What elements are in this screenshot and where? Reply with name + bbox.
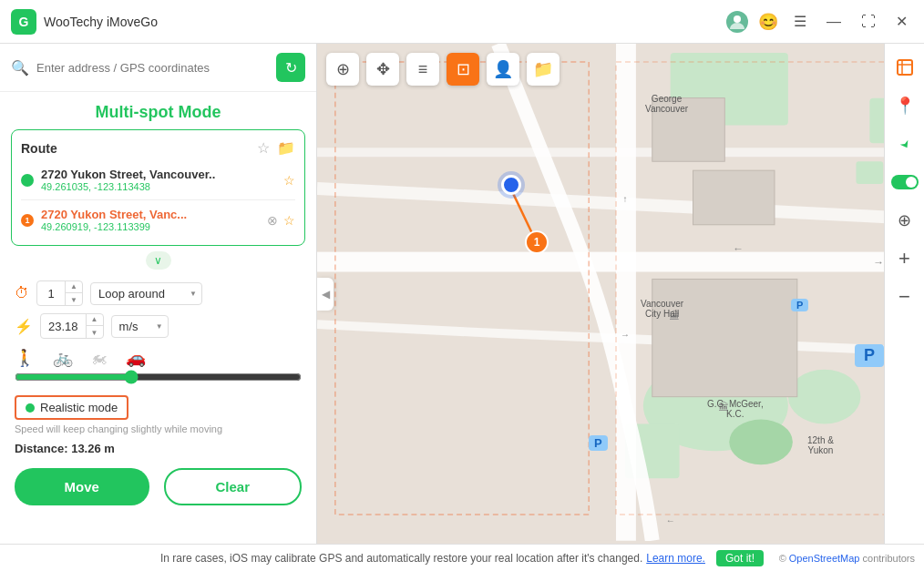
parking-badge-right: P <box>791 299 808 311</box>
loop-count-value: 1 <box>37 287 65 301</box>
loop-count-stepper[interactable]: 1 ▲ ▼ <box>36 280 83 306</box>
osm-link[interactable]: OpenStreetMap <box>789 553 860 564</box>
layers-tool[interactable]: ≡ <box>406 53 439 86</box>
clear-item-icon[interactable]: ⊗ <box>267 213 278 228</box>
search-icon: 🔍 <box>11 59 29 76</box>
svg-rect-14 <box>652 279 797 396</box>
right-tool-pin[interactable]: 📍 <box>888 89 921 122</box>
clear-button[interactable]: Clear <box>164 468 303 505</box>
star-icon[interactable]: ☆ <box>257 139 270 157</box>
route-item-icons-2: ⊗ ☆ <box>267 213 295 228</box>
mode-title: Multi-spot Mode <box>0 92 316 129</box>
app-title: WooTechy iMoveGo <box>44 15 726 29</box>
right-tool-zoom-in[interactable]: + <box>888 242 921 275</box>
route-label: Route <box>21 141 57 156</box>
walk-icon[interactable]: 🚶 <box>15 348 35 368</box>
route-addr-2: 2720 Yukon Street, Vanc... <box>41 208 260 221</box>
learn-more-link[interactable]: Learn more. <box>646 552 705 565</box>
svg-text:🏛: 🏛 <box>718 401 729 413</box>
distance-label: Distance: <box>15 442 68 455</box>
route-header: Route ☆ 📁 <box>21 139 295 157</box>
star-item-icon-2[interactable]: ☆ <box>283 213 295 228</box>
menu-button[interactable]: ☰ <box>788 9 812 34</box>
svg-text:🏛: 🏛 <box>669 310 680 322</box>
right-tool-arrow[interactable] <box>888 127 921 160</box>
titlebar: G WooTechy iMoveGo 😊 ☰ — ⛶ ✕ <box>0 0 924 44</box>
star-item-icon-1[interactable]: ☆ <box>283 173 295 188</box>
left-panel: 🔍 ↻ Multi-spot Mode Route ☆ 📁 2720 Yukon… <box>0 44 317 544</box>
distance-row: Distance: 13.26 m <box>0 438 316 461</box>
frame-tool[interactable]: ⊡ <box>447 53 479 86</box>
loop-mode-select-wrap: Loop around Back and Forth <box>90 282 202 305</box>
speed-unit-select[interactable]: m/s km/h mph <box>111 315 169 338</box>
move-button[interactable]: Move <box>15 468 149 505</box>
collapse-arrow[interactable]: ◀ <box>317 278 334 311</box>
speed-slider[interactable] <box>15 370 302 384</box>
svg-point-4 <box>788 370 861 424</box>
bottom-buttons: Move Clear <box>0 461 316 515</box>
expand-button[interactable]: ∨ <box>146 251 171 270</box>
speed-stepper-arrows: ▲ ▼ <box>86 313 103 339</box>
parking-badge-left: P <box>589 435 608 451</box>
route-coord-2: 49.260919, -123.113399 <box>41 221 260 232</box>
move-tool[interactable]: ✥ <box>366 53 399 86</box>
crosshair-tool[interactable]: ⊕ <box>326 53 359 86</box>
route-header-icons: ☆ 📁 <box>257 139 295 157</box>
right-tool-toggle[interactable] <box>888 166 921 199</box>
route-item-icons-1: ☆ <box>283 173 295 188</box>
right-tool-crosshair[interactable]: ⊕ <box>888 204 921 237</box>
route-dot-orange: 1 <box>21 214 34 227</box>
people-tool[interactable]: 👤 <box>487 53 519 86</box>
controls-row: ⏱ 1 ▲ ▼ Loop around Back and Forth <box>0 275 316 311</box>
realistic-dot <box>26 403 35 413</box>
svg-text:←: ← <box>666 515 675 525</box>
route-addr-1: 2720 Yukon Street, Vancouver.. <box>41 168 276 181</box>
stepper-up[interactable]: ▲ <box>66 280 82 293</box>
location-marker-orange: 1 <box>525 230 549 254</box>
speed-down[interactable]: ▼ <box>87 326 103 339</box>
speed-icon: ⚡ <box>15 318 33 335</box>
avatar-icon[interactable] <box>726 11 748 33</box>
svg-text:→: → <box>873 256 884 269</box>
route-divider <box>21 199 295 200</box>
moto-icon[interactable]: 🏍 <box>91 349 108 368</box>
speed-row: ⚡ 23.18 ▲ ▼ m/s km/h mph <box>0 311 316 344</box>
route-info-1: 2720 Yukon Street, Vancouver.. 49.261035… <box>41 168 276 192</box>
right-tool-zoom-out[interactable]: − <box>888 280 921 313</box>
map-area[interactable]: ← → ↑ → ← 🚲 🏛 🏛 ◀ ⊕ ✥ ≡ ⊡ 👤 📁 P P P <box>317 44 924 544</box>
bottom-bar: In rare cases, iOS may calibrate GPS and… <box>0 544 924 571</box>
main-layout: 🔍 ↻ Multi-spot Mode Route ☆ 📁 2720 Yukon… <box>0 44 924 544</box>
route-panel: Route ☆ 📁 2720 Yukon Street, Vancouver..… <box>11 129 305 246</box>
realistic-mode-row: Realistic mode <box>0 392 316 422</box>
svg-point-0 <box>734 15 741 23</box>
emoji-icon[interactable]: 😊 <box>757 11 779 33</box>
got-it-button[interactable]: Got it! <box>716 550 764 566</box>
fullscreen-button[interactable]: ⛶ <box>856 10 881 34</box>
bike-icon[interactable]: 🚲 <box>53 348 73 368</box>
loop-mode-select[interactable]: Loop around Back and Forth <box>90 282 202 305</box>
svg-text:←: ← <box>733 242 744 255</box>
route-item-2: 1 2720 Yukon Street, Vanc... 49.260919, … <box>21 204 295 236</box>
folder-tool[interactable]: 📁 <box>527 53 560 86</box>
stepper-down[interactable]: ▼ <box>66 293 82 306</box>
stepper-arrows: ▲ ▼ <box>65 280 82 306</box>
svg-rect-8 <box>856 161 883 184</box>
search-input[interactable] <box>36 61 269 75</box>
slider-row <box>0 370 316 392</box>
close-button[interactable]: ✕ <box>890 9 913 34</box>
app-logo: G <box>11 9 36 35</box>
svg-point-5 <box>729 420 793 465</box>
minimize-button[interactable]: — <box>821 10 847 34</box>
refresh-button[interactable]: ↻ <box>276 53 305 82</box>
speed-value: 23.18 <box>41 320 86 333</box>
realistic-mode-box[interactable]: Realistic mode <box>15 395 128 420</box>
speed-stepper[interactable]: 23.18 ▲ ▼ <box>40 313 104 339</box>
folder-icon[interactable]: 📁 <box>277 139 295 157</box>
car-icon[interactable]: 🚗 <box>126 348 146 368</box>
right-tool-box[interactable] <box>888 51 921 84</box>
expand-btn-row: ∨ <box>0 251 316 270</box>
distance-value: 13.26 m <box>71 442 115 455</box>
svg-rect-15 <box>693 170 775 225</box>
speed-up[interactable]: ▲ <box>87 313 103 326</box>
svg-text:→: → <box>621 330 630 340</box>
